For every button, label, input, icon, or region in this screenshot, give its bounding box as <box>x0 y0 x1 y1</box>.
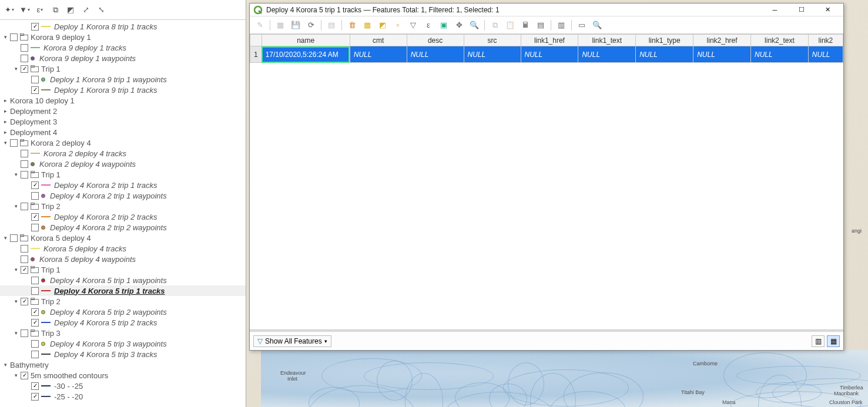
layer-node[interactable]: ▾Korora 5 deploy 4 <box>0 233 246 243</box>
layer-node[interactable]: ▾Trip 2 <box>0 296 246 307</box>
expand-toggle[interactable]: ▸ <box>2 119 9 125</box>
layer-node[interactable]: ▾Trip 1 <box>0 264 246 275</box>
layer-node[interactable]: Deploy 4 Korora 5 trip 3 tracks <box>0 349 246 359</box>
visibility-checkbox[interactable] <box>21 44 28 52</box>
expand-toggle[interactable]: ▸ <box>2 129 9 136</box>
zoom-map-icon[interactable]: 🔍 <box>591 19 604 32</box>
layer-node[interactable]: Korora 5 deploy 4 tracks <box>0 243 246 254</box>
table-cell[interactable]: 17/10/2020,5:26:24 AM <box>262 46 350 63</box>
deselect-icon[interactable]: ▫ <box>391 19 404 32</box>
table-cell[interactable]: NULL <box>808 46 843 63</box>
expand-toggle[interactable]: ▾ <box>2 362 9 368</box>
select-by-value-icon[interactable]: ε <box>422 19 435 32</box>
visibility-checkbox[interactable] <box>31 351 39 358</box>
layer-node[interactable]: Deploy 1 Korora 9 trip 1 waypoints <box>0 74 246 85</box>
filter-legend-button[interactable]: ▼ <box>19 4 31 16</box>
layer-node[interactable]: ▾Trip 2 <box>0 201 246 211</box>
column-header[interactable]: link1_text <box>578 35 636 46</box>
attribute-grid[interactable]: namecmtdescsrclink1_hreflink1_textlink1_… <box>250 34 843 330</box>
visibility-checkbox[interactable] <box>31 287 39 295</box>
layer-node[interactable]: Deploy 4 Korora 2 trip 2 waypoints <box>0 222 246 233</box>
collapse-all-button[interactable]: ⤡ <box>95 4 107 16</box>
layer-node[interactable]: ▾Korora 9 deploy 1 <box>0 32 246 42</box>
layer-node[interactable]: ▸Deployment 3 <box>0 116 246 127</box>
manage-themes-button[interactable]: ◩ <box>65 4 76 16</box>
column-header[interactable]: src <box>464 35 521 46</box>
filter-selection-icon[interactable]: ▽ <box>407 19 420 32</box>
expand-toggle[interactable]: ▾ <box>13 298 19 305</box>
column-header[interactable]: cmt <box>350 35 407 46</box>
layer-node[interactable]: ▾Trip 1 <box>0 169 246 180</box>
zoom-to-selected-icon[interactable]: 🔍 <box>468 19 481 32</box>
visibility-checkbox[interactable] <box>10 139 18 147</box>
expand-toggle[interactable]: ▸ <box>2 108 9 115</box>
layer-node[interactable]: Deploy 4 Korora 5 trip 1 waypoints <box>0 275 246 285</box>
table-row[interactable]: 117/10/2020,5:26:24 AMNULLNULLNULLNULLNU… <box>250 46 843 63</box>
table-cell[interactable]: NULL <box>464 46 521 63</box>
expand-toggle[interactable]: ▾ <box>13 372 19 379</box>
column-header[interactable]: name <box>262 35 350 46</box>
column-header[interactable]: link2 <box>808 35 843 46</box>
visibility-checkbox[interactable] <box>21 160 28 168</box>
select-all-icon[interactable]: ▦ <box>361 19 374 32</box>
column-header[interactable]: link1_type <box>636 35 693 46</box>
table-view-button[interactable]: ▦ <box>827 335 840 347</box>
layer-node[interactable]: Korora 5 deploy 4 waypoints <box>0 254 246 264</box>
layer-node[interactable]: Korora 2 deploy 4 waypoints <box>0 159 246 169</box>
maximize-button[interactable]: ☐ <box>788 4 815 16</box>
expand-toggle[interactable]: ▾ <box>2 34 9 41</box>
layer-node[interactable]: Deploy 1 Korora 9 trip 1 tracks <box>0 85 246 95</box>
visibility-checkbox[interactable] <box>31 86 39 94</box>
visibility-checkbox[interactable] <box>31 277 39 284</box>
table-cell[interactable]: NULL <box>636 46 693 63</box>
visibility-checkbox[interactable] <box>10 234 18 242</box>
visibility-checkbox[interactable] <box>31 23 39 31</box>
layer-node[interactable]: ▸Deployment 4 <box>0 127 246 137</box>
expression-filter-button[interactable]: ε <box>34 4 46 16</box>
layer-node[interactable]: ▾Korora 2 deploy 4 <box>0 137 246 148</box>
minimize-button[interactable]: ─ <box>762 4 788 16</box>
layer-node[interactable]: Deploy 4 Korora 2 trip 1 tracks <box>0 180 246 190</box>
window-titlebar[interactable]: Deploy 4 Korora 5 trip 1 tracks — Featur… <box>250 4 843 16</box>
table-cell[interactable]: NULL <box>751 46 809 63</box>
visibility-checkbox[interactable] <box>21 329 28 337</box>
table-cell[interactable]: NULL <box>521 46 578 63</box>
layer-node[interactable]: ▸Korora 10 deploy 1 <box>0 95 246 106</box>
visibility-checkbox[interactable] <box>31 213 39 221</box>
layer-node[interactable]: Korora 9 deploy 1 waypoints <box>0 53 246 63</box>
layer-node[interactable]: Deploy 4 Korora 5 trip 1 tracks <box>0 285 246 296</box>
layer-node[interactable]: ▾Trip 3 <box>0 328 246 338</box>
column-header[interactable]: link2_text <box>751 35 809 46</box>
pan-to-selected-icon[interactable]: ✥ <box>453 19 465 32</box>
table-cell[interactable]: NULL <box>578 46 636 63</box>
visibility-checkbox[interactable] <box>31 319 39 327</box>
add-group-button[interactable]: ⧉ <box>49 4 61 16</box>
column-header[interactable]: desc <box>407 35 464 46</box>
field-calc-icon[interactable]: 🖩 <box>519 19 532 32</box>
expand-toggle[interactable]: ▾ <box>13 330 19 337</box>
layer-node[interactable]: ▸Deployment 2 <box>0 106 246 116</box>
expand-toggle[interactable]: ▾ <box>2 235 9 241</box>
layer-node[interactable]: Deploy 4 Korora 5 trip 2 tracks <box>0 317 246 328</box>
visibility-checkbox[interactable] <box>21 150 28 157</box>
column-header[interactable]: link2_href <box>693 35 751 46</box>
table-cell[interactable]: NULL <box>350 46 407 63</box>
visibility-checkbox[interactable] <box>31 340 39 348</box>
visibility-checkbox[interactable] <box>21 245 28 253</box>
expand-toggle[interactable]: ▾ <box>13 171 19 178</box>
conditional-format-icon[interactable]: ▤ <box>534 19 547 32</box>
visibility-checkbox[interactable] <box>31 224 39 231</box>
reload-icon[interactable]: ⟳ <box>304 19 317 32</box>
show-all-features-button[interactable]: ▽ Show All Features ▾ <box>253 335 331 347</box>
layer-node[interactable]: Korora 2 deploy 4 tracks <box>0 148 246 159</box>
visibility-checkbox[interactable] <box>21 171 28 179</box>
map-canvas[interactable]: EndeavourInletTitahi BayCamborneManaTimb… <box>246 0 868 407</box>
visibility-checkbox[interactable] <box>10 33 18 41</box>
invert-selection-icon[interactable]: ◩ <box>376 19 389 32</box>
layer-node[interactable]: -25 - -20 <box>0 391 246 402</box>
visibility-checkbox[interactable] <box>31 192 39 200</box>
visibility-checkbox[interactable] <box>31 181 39 189</box>
visibility-checkbox[interactable] <box>21 266 28 274</box>
row-number[interactable]: 1 <box>250 46 262 63</box>
visibility-checkbox[interactable] <box>31 393 39 401</box>
